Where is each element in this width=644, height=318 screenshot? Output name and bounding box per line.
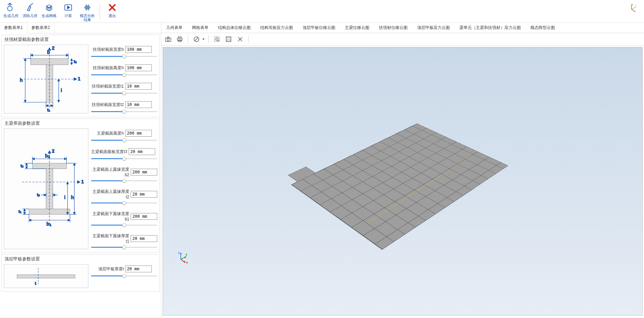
tab-beam-element-stress[interactable]: 梁单元（主梁和扶强材）应力云图 (455, 23, 526, 33)
param-label: 主梁截面高度h (91, 131, 124, 136)
modal-results-button[interactable]: 模态分析结果 (78, 2, 96, 21)
svg-text:t₂: t₂ (20, 163, 24, 168)
right-panel: 几何表单 网格表单 结构总体位移云图 结构等效应力云图 顶层甲板位移云图 主梁位… (161, 23, 644, 317)
param-h-input[interactable] (125, 64, 152, 71)
param-t1-slider[interactable] (91, 91, 157, 95)
param-mb-t2-input[interactable] (131, 191, 157, 198)
param-mb-t2-slider[interactable] (91, 201, 157, 205)
svg-rect-63 (177, 38, 182, 41)
tab-mesh-form[interactable]: 网格表单 (187, 23, 213, 33)
group-title: 扶强材梁截面参数设置 (2, 35, 159, 44)
gen-geo-label: 生成几何 (3, 14, 18, 18)
screenshot-button[interactable] (163, 34, 173, 44)
main-area: 参数表单1 参数表单2 扶强材梁截面参数设置 (0, 23, 644, 317)
i-section-diagram: 2 1 b₂ t₂ (4, 128, 88, 249)
param-mb-t1-input[interactable] (131, 235, 157, 242)
param-mb-h-input[interactable] (125, 130, 152, 137)
param-mb-b2-slider[interactable] (91, 179, 157, 183)
svg-line-67 (195, 37, 198, 41)
svg-rect-58 (17, 275, 75, 278)
zoom-box-button[interactable] (212, 34, 222, 44)
param-b-slider[interactable] (91, 54, 157, 58)
tab-param-form-2[interactable]: 参数表单2 (27, 23, 55, 33)
param-t2-input[interactable] (125, 101, 152, 108)
svg-text:i: i (64, 195, 65, 200)
param-mb-t2: 主梁截面上翼缘厚度t2 (91, 189, 157, 205)
clear-geo-button[interactable]: 清除几何 (21, 2, 39, 21)
3d-viewport[interactable]: z y x (163, 47, 643, 316)
right-tab-strip: 几何表单 网格表单 结构总体位移云图 结构等效应力云图 顶层甲板位移云图 主梁位… (161, 23, 644, 33)
svg-text:z: z (178, 251, 180, 255)
toolbar-separator (100, 3, 100, 20)
dropdown-caret-icon[interactable]: ▼ (202, 37, 205, 41)
left-tab-strip: 参数表单1 参数表单2 (0, 23, 161, 33)
viewport-axis-triad: z y x (176, 251, 190, 264)
tab-param-form-1[interactable]: 参数表单1 (0, 23, 27, 33)
exit-button[interactable]: 退出 (103, 2, 121, 21)
cancel-view-button[interactable] (192, 34, 201, 44)
zoom-selection-icon (214, 36, 220, 43)
crosshair-icon (237, 36, 244, 43)
view-separator (188, 35, 188, 43)
svg-text:1: 1 (81, 179, 84, 184)
group-title: 主梁界面参数设置 (2, 119, 159, 128)
svg-text:b: b (47, 49, 50, 55)
param-mb-t1-slider[interactable] (91, 245, 157, 249)
svg-text:t₂: t₂ (74, 59, 77, 64)
param-label: 扶强材截面高度h (91, 65, 124, 71)
view-separator (208, 35, 209, 43)
no-entry-icon (193, 36, 200, 43)
fit-view-button[interactable] (224, 34, 233, 44)
svg-point-62 (167, 39, 169, 41)
main-toolbar: 生成几何 清除几何 生成网格 计算 模态分析结果 退出 (0, 0, 644, 23)
left-panel: 参数表单1 参数表单2 扶强材梁截面参数设置 (0, 23, 161, 317)
param-mb-t3-input[interactable] (129, 148, 155, 155)
waveform-icon (83, 3, 92, 12)
tab-equivalent-stress[interactable]: 结构等效应力云图 (255, 23, 298, 33)
tab-stiffener-displacement[interactable]: 扶强材位移云图 (374, 23, 412, 33)
param-label: 主梁截面上翼缘宽度b2 (91, 167, 129, 177)
param-b-input[interactable] (125, 46, 152, 53)
tab-top-deck-displacement[interactable]: 顶层甲板位移云图 (298, 23, 340, 33)
param-label: 主梁截面下翼缘宽度b1 (91, 211, 129, 222)
tab-modal-shape[interactable]: 模态阵型云图 (526, 23, 560, 33)
svg-text:b₂: b₂ (45, 153, 50, 158)
axis-orientation-button[interactable]: z y x (628, 3, 636, 12)
param-mb-b1-slider[interactable] (91, 223, 157, 227)
camera-icon (165, 36, 172, 43)
compute-label: 计算 (64, 14, 72, 18)
svg-text:h: h (71, 195, 74, 200)
param-mb-b1-input[interactable] (131, 213, 157, 220)
param-t2-slider[interactable] (91, 109, 157, 113)
tab-geometry-form[interactable]: 几何表单 (161, 23, 187, 33)
svg-text:2: 2 (52, 45, 55, 51)
svg-point-69 (216, 38, 218, 41)
svg-line-77 (631, 9, 634, 12)
svg-text:t: t (35, 281, 36, 286)
svg-line-70 (218, 40, 219, 42)
svg-text:i: i (61, 88, 62, 93)
svg-line-75 (631, 7, 636, 9)
gen-geo-icon (6, 3, 16, 12)
param-t1-input[interactable] (125, 83, 152, 90)
svg-point-72 (239, 39, 241, 40)
param-mb-t3-slider[interactable] (91, 156, 157, 161)
param-mb-b2: 主梁截面上翼缘宽度b2 (91, 167, 157, 183)
param-mb-b2-input[interactable] (131, 169, 157, 176)
gen-geo-button[interactable]: 生成几何 (2, 2, 20, 21)
svg-text:h: h (20, 77, 23, 83)
tab-main-beam-displacement[interactable]: 主梁位移云图 (340, 23, 374, 33)
t-section-diagram: 2 1 b t₂ (4, 45, 88, 113)
print-button[interactable] (175, 34, 185, 44)
param-mb-h-slider[interactable] (91, 138, 157, 142)
param-h-slider[interactable] (91, 73, 157, 77)
svg-text:2: 2 (52, 148, 55, 154)
param-b: 扶强材截面宽度b (91, 46, 157, 58)
gen-mesh-button[interactable]: 生成网格 (40, 2, 58, 21)
tab-top-deck-stress[interactable]: 顶层甲板应力云图 (412, 23, 455, 33)
param-deck-t-slider[interactable] (91, 274, 157, 278)
param-deck-t-input[interactable] (125, 266, 152, 272)
pick-button[interactable] (235, 34, 245, 44)
tab-total-displacement[interactable]: 结构总体位移云图 (213, 23, 255, 33)
compute-button[interactable]: 计算 (59, 2, 77, 21)
